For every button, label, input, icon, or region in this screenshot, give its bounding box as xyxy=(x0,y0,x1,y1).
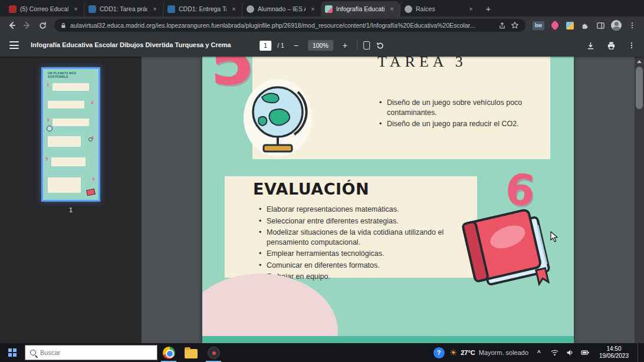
forward-arrow-icon xyxy=(22,21,32,30)
taskbar-search[interactable] xyxy=(25,345,157,360)
pdf-viewport: 5 TAREA 3 Diseño de un juego sobre vehíc… xyxy=(142,57,644,343)
close-icon[interactable] xyxy=(72,5,80,13)
sun-icon: ☀ xyxy=(450,348,458,357)
moodle-favicon-icon xyxy=(167,5,175,13)
page-total-label: / 1 xyxy=(277,42,284,49)
new-tab-button[interactable] xyxy=(481,2,495,16)
pdf-toolbar: Infografía Educativa Escolar Dibujos Div… xyxy=(0,34,644,57)
infographic-page: 5 TAREA 3 Diseño de un juego sobre vehíc… xyxy=(202,57,574,343)
tarea3-heading: TAREA 3 xyxy=(377,57,467,71)
weather-temperature: 27°C xyxy=(461,349,475,356)
bullet-item: Modelizar situaciones de la vida cotidia… xyxy=(259,228,454,247)
thumb-block xyxy=(51,157,86,166)
bookmark-star-icon[interactable] xyxy=(510,21,520,30)
tab-infografia-active[interactable]: Infografía Educativa E xyxy=(321,1,400,17)
thumb-number: 6 xyxy=(93,176,95,182)
close-icon[interactable] xyxy=(230,5,238,13)
thumb-number: 5 xyxy=(45,156,48,162)
time-label: 14:50 xyxy=(599,345,629,353)
help-icon[interactable]: ? xyxy=(433,347,445,358)
print-icon[interactable] xyxy=(607,41,616,50)
mouse-cursor xyxy=(550,231,558,245)
pdf-menu-kebab-icon[interactable] xyxy=(627,41,636,50)
show-desktop-button[interactable] xyxy=(638,343,640,362)
zoom-out-button[interactable] xyxy=(290,40,302,51)
vertical-scrollbar[interactable] xyxy=(635,57,644,343)
mail-favicon-icon xyxy=(9,5,17,13)
address-bar[interactable]: aulavirtual32.educa.madrid.org/ies.lopez… xyxy=(54,19,525,32)
tab-alumnado[interactable]: Alumnado – IES Aran xyxy=(242,1,321,17)
thumbnail-title: UN PLANETA MÁS SOSTENIBLE xyxy=(48,71,95,79)
divider xyxy=(357,40,357,51)
tab-strip: (5) Correo EducaMadr CDD1: Tarea práctic… xyxy=(0,0,644,17)
extensions-row: bw xyxy=(530,20,639,31)
zoom-in-button[interactable] xyxy=(339,40,351,51)
search-input[interactable] xyxy=(40,349,140,356)
thumb-block xyxy=(48,101,84,108)
bullet-item: Emplear herramientas tecnológicas. xyxy=(259,249,454,259)
date-label: 19/06/2023 xyxy=(599,353,629,360)
bullet-item: Diseño de un juego sobre vehículos poco … xyxy=(379,98,533,117)
profile-avatar[interactable] xyxy=(611,20,622,31)
pdf-toolbar-right xyxy=(586,34,636,57)
evaluacion-heading: EVALUACIÓN xyxy=(253,180,369,198)
reload-icon xyxy=(38,21,47,30)
share-icon[interactable] xyxy=(497,21,507,30)
page-number-input[interactable]: 1 xyxy=(259,41,271,51)
tab-raices[interactable]: Raíces xyxy=(400,1,479,17)
thumb-number: 2 xyxy=(91,100,94,105)
tab-label: Raíces xyxy=(416,5,464,12)
network-icon[interactable] xyxy=(550,349,560,356)
extensions-puzzle-icon[interactable] xyxy=(580,21,590,31)
scrollbar-thumb[interactable] xyxy=(636,67,643,109)
tab-cdd1-entrega[interactable]: CDD1: Entrega Tarea 3 xyxy=(163,1,242,17)
bullet-item: Diseño de un juego para reducir el CO2. xyxy=(379,119,533,129)
taskbar-app-icon[interactable] xyxy=(202,343,225,362)
pdf-thumbnail-sidebar: UN PLANETA MÁS SOSTENIBLE 1 2 3 4 5 6 1 xyxy=(0,57,142,343)
download-icon[interactable] xyxy=(586,41,595,50)
infographic-favicon-icon xyxy=(325,5,333,13)
taskbar-clock[interactable]: 14:50 19/06/2023 xyxy=(596,345,632,360)
thumb-bicycle-icon xyxy=(88,137,93,141)
bullet-item: Elaborar representaciones matemáticas. xyxy=(259,205,454,215)
volume-icon[interactable] xyxy=(565,349,575,356)
close-icon[interactable] xyxy=(151,5,159,13)
start-button[interactable] xyxy=(0,343,25,362)
tab-label: (5) Correo EducaMadr xyxy=(20,5,68,12)
thumb-globe-icon xyxy=(47,126,52,131)
taskbar-chrome-icon[interactable] xyxy=(157,343,180,362)
evaluacion-panel: EVALUACIÓN Elaborar representaciones mat… xyxy=(225,176,477,278)
pdf-menu-hamburger-icon[interactable] xyxy=(9,41,19,49)
fit-to-page-icon[interactable] xyxy=(363,41,370,50)
pen-extension-icon[interactable] xyxy=(550,21,560,31)
pink-blob-decoration xyxy=(202,274,338,343)
close-icon[interactable] xyxy=(309,5,317,13)
back-button[interactable] xyxy=(5,18,19,32)
back-arrow-icon xyxy=(7,21,17,30)
page-thumbnail[interactable]: UN PLANETA MÁS SOSTENIBLE 1 2 3 4 5 6 xyxy=(41,67,100,202)
zoom-level-label: 100% xyxy=(308,40,333,51)
forward-button[interactable] xyxy=(20,18,34,32)
evaluacion-bullet-list: Elaborar representaciones matemáticas. S… xyxy=(259,205,454,284)
taskbar-file-explorer-icon[interactable] xyxy=(180,343,202,362)
bullet-item: Seleccionar entre diferentes estrategias… xyxy=(259,216,454,226)
browser-toolbar: aulavirtual32.educa.madrid.org/ies.lopez… xyxy=(0,17,644,34)
thumb-block xyxy=(52,83,89,91)
weather-widget[interactable]: ☀ 27°C Mayorm. soleado xyxy=(450,348,529,357)
close-icon[interactable] xyxy=(388,5,396,13)
battery-icon[interactable] xyxy=(580,350,590,356)
bitwarden-extension-icon[interactable]: bw xyxy=(533,21,544,30)
tab-label: CDD1: Tarea práctica xyxy=(100,5,147,12)
screenshot-extension-icon[interactable] xyxy=(565,21,575,31)
close-icon[interactable] xyxy=(467,5,475,13)
tab-cdd1-practica[interactable]: CDD1: Tarea práctica xyxy=(84,1,163,17)
side-panel-icon[interactable] xyxy=(596,21,606,31)
weather-description: Mayorm. soleado xyxy=(479,349,528,356)
hidden-icons-chevron-icon[interactable] xyxy=(534,350,544,356)
tab-correo[interactable]: (5) Correo EducaMadr xyxy=(5,1,84,17)
scroll-up-arrow-icon[interactable] xyxy=(635,57,644,66)
site-favicon-icon xyxy=(247,5,254,13)
browser-menu-kebab-icon[interactable] xyxy=(627,21,637,31)
rotate-icon[interactable] xyxy=(376,41,385,50)
reload-button[interactable] xyxy=(35,18,50,32)
